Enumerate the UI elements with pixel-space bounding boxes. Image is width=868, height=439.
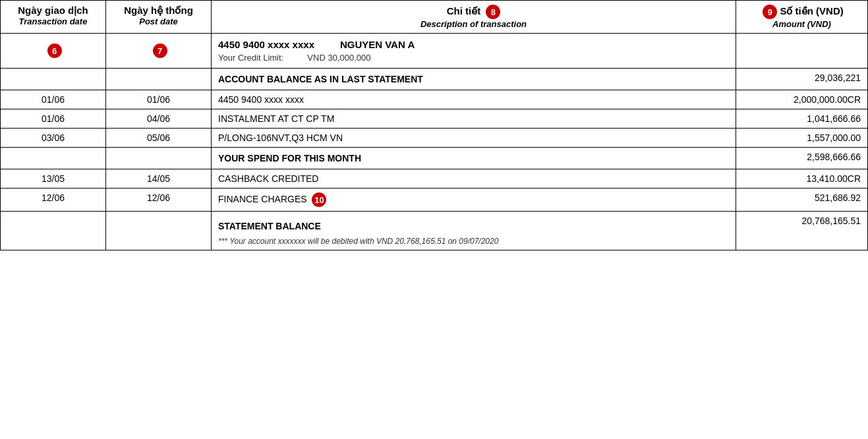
r6-date: 12/06 xyxy=(1,189,106,212)
r3-desc: P/LONG-106NVT,Q3 HCM VN xyxy=(212,129,736,148)
card-amount-empty xyxy=(736,34,868,69)
badge7-cell: 7 xyxy=(106,34,212,69)
badge-9: 9 xyxy=(763,5,777,19)
col4-sub-label: Amount (VND) xyxy=(743,19,861,29)
ab-desc: ACCOUNT BALANCE AS IN LAST STATEMENT xyxy=(212,69,736,90)
sb-desc: STATEMENT BALANCE *** Your account xxxxx… xyxy=(212,212,736,250)
r6-amount: 521,686.92 xyxy=(736,189,868,212)
ab-amount: 29,036,221 xyxy=(736,69,868,90)
r3-postdate: 05/06 xyxy=(106,129,212,148)
sm-date xyxy=(1,148,106,169)
sm-postdate xyxy=(106,148,212,169)
r1-date: 01/06 xyxy=(1,90,106,109)
header-amount: 9 Số tiền (VND) Amount (VND) xyxy=(736,1,868,34)
r5-date: 13/05 xyxy=(1,169,106,189)
ab-date xyxy=(1,69,106,90)
r5-postdate: 14/05 xyxy=(106,169,212,189)
r2-date: 01/06 xyxy=(1,109,106,129)
row-cashback: 13/05 14/05 CASHBACK CREDITED 13,410.00C… xyxy=(1,169,868,189)
r5-desc: CASHBACK CREDITED xyxy=(212,169,736,189)
r3-date: 03/06 xyxy=(1,129,106,148)
holder-name: NGUYEN VAN A xyxy=(340,39,415,50)
col4-main-label: 9 Số tiền (VND) xyxy=(743,5,861,19)
sb-date xyxy=(1,212,106,250)
credit-limit: Your Credit Limit: VND 30,000,000 xyxy=(218,53,729,63)
card-details-cell: 4450 9400 xxxx xxxx NGUYEN VAN A Your Cr… xyxy=(212,34,736,69)
r6-desc: FINANCE CHARGES 10 xyxy=(212,189,736,212)
r2-postdate: 04/06 xyxy=(106,109,212,129)
sb-amount: 20,768,165.51 xyxy=(736,212,868,250)
header-transaction-date: Ngày giao dịch Transaction date xyxy=(1,1,106,34)
sm-amount: 2,598,666.66 xyxy=(736,148,868,169)
badge-6: 6 xyxy=(47,44,62,58)
card-info-row: 6 7 4450 9400 xxxx xxxx NGUYEN VAN A You… xyxy=(1,34,868,69)
header-description: Chi tiết 8 Description of transaction xyxy=(212,1,736,34)
r2-amount: 1,041,666.66 xyxy=(736,109,868,129)
r1-postdate: 01/06 xyxy=(106,90,212,109)
col1-main-label: Ngày giao dịch xyxy=(7,5,99,16)
badge-8: 8 xyxy=(486,5,500,19)
spend-month-row: YOUR SPEND FOR THIS MONTH 2,598,666.66 xyxy=(1,148,868,169)
card-number: 4450 9400 xxxx xxxx xyxy=(218,39,314,50)
row-plong: 03/06 05/06 P/LONG-106NVT,Q3 HCM VN 1,55… xyxy=(1,129,868,148)
sb-postdate xyxy=(106,212,212,250)
badge-7: 7 xyxy=(153,44,167,58)
sm-desc: YOUR SPEND FOR THIS MONTH xyxy=(212,148,736,169)
card-number-holder: 4450 9400 xxxx xxxx NGUYEN VAN A xyxy=(218,39,729,50)
statement-balance-row: STATEMENT BALANCE *** Your account xxxxx… xyxy=(1,212,868,250)
credit-limit-value: VND 30,000,000 xyxy=(307,53,370,63)
r3-amount: 1,557,000.00 xyxy=(736,129,868,148)
credit-limit-label: Your Credit Limit: xyxy=(218,53,283,63)
r5-amount: 13,410.00CR xyxy=(736,169,868,189)
account-balance-row: ACCOUNT BALANCE AS IN LAST STATEMENT 29,… xyxy=(1,69,868,90)
sb-note: *** Your account xxxxxxx will be debited… xyxy=(218,237,729,246)
col3-main-label: Chi tiết 8 xyxy=(218,5,729,19)
r2-desc: INSTALMENT AT CT CP TM xyxy=(212,109,736,129)
col2-main-label: Ngày hệ thống xyxy=(113,5,204,16)
sb-label: STATEMENT BALANCE xyxy=(218,216,729,237)
col1-sub-label: Transaction date xyxy=(7,16,99,26)
row-instalment: 01/06 04/06 INSTALMENT AT CT CP TM 1,041… xyxy=(1,109,868,129)
r1-amount: 2,000,000.00CR xyxy=(736,90,868,109)
row-finance-charges: 12/06 12/06 FINANCE CHARGES 10 521,686.9… xyxy=(1,189,868,212)
r6-postdate: 12/06 xyxy=(106,189,212,212)
header-post-date: Ngày hệ thống Post date xyxy=(106,1,212,34)
row-card-payment: 01/06 01/06 4450 9400 xxxx xxxx 2,000,00… xyxy=(1,90,868,109)
badge-10: 10 xyxy=(312,192,326,207)
col2-sub-label: Post date xyxy=(113,16,204,26)
ab-postdate xyxy=(106,69,212,90)
col3-sub-label: Description of transaction xyxy=(218,19,729,29)
r1-desc: 4450 9400 xxxx xxxx xyxy=(212,90,736,109)
badge6-cell: 6 xyxy=(1,34,106,69)
